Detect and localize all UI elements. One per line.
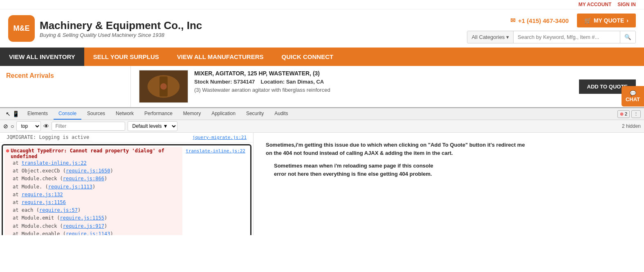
stack-link[interactable]: require.js:1113	[48, 184, 92, 190]
level-select[interactable]: Default levels ▼	[128, 121, 177, 131]
chat-label: CHAT	[626, 96, 640, 102]
stack-link[interactable]: require.js:1155	[60, 215, 104, 221]
tab-application[interactable]: Application	[206, 108, 240, 120]
nav-item-manufacturers[interactable]: View All Manufacturers	[168, 48, 273, 66]
devtools-tabs: ↖ 📱 Elements Console Sources Network Per…	[0, 108, 644, 120]
cart-icon: 🛒	[584, 17, 591, 24]
stack-link[interactable]: translate-inline.js:22	[22, 160, 87, 166]
console-content: JQMIGRATE: Logging is active jquery-migr…	[0, 133, 644, 235]
error-1-message: Uncaught TypeError: Cannot read property…	[11, 148, 181, 159]
jqmigrate-source-right[interactable]: jquery-migrate.js:21	[189, 134, 250, 141]
stack-line: at Module.check (require.js:866)	[6, 175, 181, 183]
category-selector[interactable]: All Categories ▾	[467, 31, 514, 43]
email-icon: ✉	[510, 17, 516, 24]
company-name: Machinery & Equipment Co., Inc	[40, 19, 202, 32]
devtools-panel: ↖ 📱 Elements Console Sources Network Per…	[0, 107, 644, 235]
console-log-panel[interactable]: JQMIGRATE: Logging is active jquery-migr…	[0, 133, 254, 235]
search-button[interactable]: 🔍	[620, 31, 635, 43]
annotation-text-2: Sometimes mean when i'm reloading same p…	[274, 162, 632, 178]
cursor-icon[interactable]: ↖	[6, 111, 11, 117]
nav-item-sell[interactable]: Sell Your Surplus	[84, 48, 168, 66]
devtools-icons: ↖ 📱	[3, 109, 22, 119]
tab-memory[interactable]: Memory	[178, 108, 206, 120]
stack-line: at Module. (require.js:1113)	[6, 183, 181, 191]
tab-security[interactable]: Security	[241, 108, 269, 120]
stack-link[interactable]: require.js:866	[63, 176, 104, 181]
circle-icon: ○	[11, 123, 14, 129]
device-icon[interactable]: 📱	[12, 111, 19, 117]
error-1-block: ⊗ Uncaught TypeError: Cannot read proper…	[4, 147, 182, 235]
sidebar-heading: Recent Arrivals	[6, 72, 124, 79]
error-1-line: ⊗ Uncaught TypeError: Cannot read proper…	[6, 148, 181, 159]
annotation-text-1: Sometimes,i'm getting this issue due to …	[266, 141, 632, 157]
eye-icon: 👁	[43, 123, 49, 129]
jqmigrate-log: JQMIGRATE: Logging is active	[3, 134, 92, 141]
stack-line: at Module.enable (require.js:1143)	[6, 230, 181, 235]
stack-line: at Module.emit (require.js:1155)	[6, 214, 181, 222]
contact-line: ✉ +1 (415) 467-3400	[510, 17, 569, 24]
stack-link[interactable]: require.js:132	[22, 192, 63, 197]
stack-line: at require.js:132	[6, 191, 181, 199]
tab-sources[interactable]: Sources	[82, 108, 110, 120]
tab-elements[interactable]: Elements	[22, 108, 53, 120]
product-info: MIXER, AGITATOR, 125 HP, WASTEWATER, (3)…	[194, 70, 573, 93]
stock-number: Stock Number: S734147	[194, 79, 255, 85]
logo-text: M&E	[13, 24, 30, 33]
error-icon-1: ⊗	[6, 148, 9, 154]
phone-number: +1 (415) 467-3400	[518, 17, 569, 24]
stack-line: at translate-inline.js:22	[6, 159, 181, 167]
svg-point-3	[160, 83, 167, 90]
product-area: MIXER, AGITATOR, 125 HP, WASTEWATER, (3)…	[131, 66, 644, 107]
stack-link[interactable]: require.js:1143	[66, 231, 110, 235]
tab-console[interactable]: Console	[54, 108, 81, 120]
search-input[interactable]	[514, 31, 620, 43]
my-account-link[interactable]: MY ACCOUNT	[579, 2, 612, 7]
stack-line: at Module.check (require.js:917)	[6, 222, 181, 230]
annotation-panel: Sometimes,i'm getting this issue due to …	[254, 133, 644, 235]
stack-line: at each (require.js:57)	[6, 206, 181, 214]
filter-input[interactable]	[52, 122, 125, 131]
error-badge[interactable]: ⊗ 2	[617, 110, 630, 118]
error-box-1: ⊗ Uncaught TypeError: Cannot read proper…	[2, 144, 251, 235]
stack-line: at require.js:1156	[6, 199, 181, 206]
product-stock: Stock Number: S734147 Location: San Dima…	[194, 79, 573, 85]
company-tagline: Buying & Selling Quality Used Machinery …	[40, 32, 202, 38]
stack-link[interactable]: require.js:1156	[22, 199, 66, 205]
page-content: Recent Arrivals MIXER, AGITATOR, 125 HP,…	[0, 66, 644, 107]
stack-link[interactable]: require.js:1650	[66, 168, 110, 174]
devtools-more-button[interactable]: ⋮	[631, 110, 641, 118]
product-title: MIXER, AGITATOR, 125 HP, WASTEWATER, (3)	[194, 70, 573, 77]
jqmigrate-source-right2[interactable]: translate-inline.js:22	[182, 147, 249, 154]
stack-link[interactable]: require.js:57	[39, 207, 78, 213]
header: M&E Machinery & Equipment Co., Inc Buyin…	[0, 9, 644, 48]
my-quote-label: MY QUOTE	[594, 17, 624, 24]
nav-item-inventory[interactable]: VIEW ALL INVENTORY	[0, 48, 84, 66]
header-right: ✉ +1 (415) 467-3400 🛒 MY QUOTE › All Cat…	[467, 14, 636, 43]
dropdown-arrow-icon: ▾	[506, 34, 509, 40]
search-box: All Categories ▾ 🔍	[467, 31, 636, 43]
chat-button[interactable]: 💬 CHAT	[622, 86, 644, 107]
logo-box: M&E	[8, 15, 35, 42]
top-bar: MY ACCOUNT SIGN IN	[0, 0, 644, 9]
tab-network[interactable]: Network	[111, 108, 139, 120]
block-icon: ⊘	[3, 123, 8, 129]
hidden-count: 2 hidden	[622, 123, 641, 129]
chat-icon: 💬	[630, 90, 636, 96]
my-quote-button[interactable]: 🛒 MY QUOTE ›	[577, 14, 636, 27]
devtools-close-area: ⊗ 2 ⋮	[617, 110, 641, 118]
product-image	[139, 70, 188, 103]
product-row: MIXER, AGITATOR, 125 HP, WASTEWATER, (3)…	[139, 70, 636, 103]
product-description: (3) Wastewater aeration agitator with fi…	[194, 87, 573, 93]
console-toolbar: ⊘ ○ top 👁 Default levels ▼ 2 hidden	[0, 120, 644, 133]
error-1-stack: at translate-inline.js:22at Object.execC…	[6, 159, 181, 235]
tab-performance[interactable]: Performance	[139, 108, 177, 120]
logo-area: M&E Machinery & Equipment Co., Inc Buyin…	[8, 15, 202, 42]
category-label: All Categories	[471, 34, 505, 40]
nav-item-quick-connect[interactable]: Quick Connect	[273, 48, 343, 66]
logo-text-area: Machinery & Equipment Co., Inc Buying & …	[40, 19, 202, 38]
chevron-right-icon: ›	[626, 17, 628, 24]
context-selector[interactable]: top	[16, 121, 41, 131]
tab-audits[interactable]: Audits	[269, 108, 293, 120]
stack-link[interactable]: require.js:917	[63, 223, 104, 229]
sign-in-link[interactable]: SIGN IN	[617, 2, 636, 7]
